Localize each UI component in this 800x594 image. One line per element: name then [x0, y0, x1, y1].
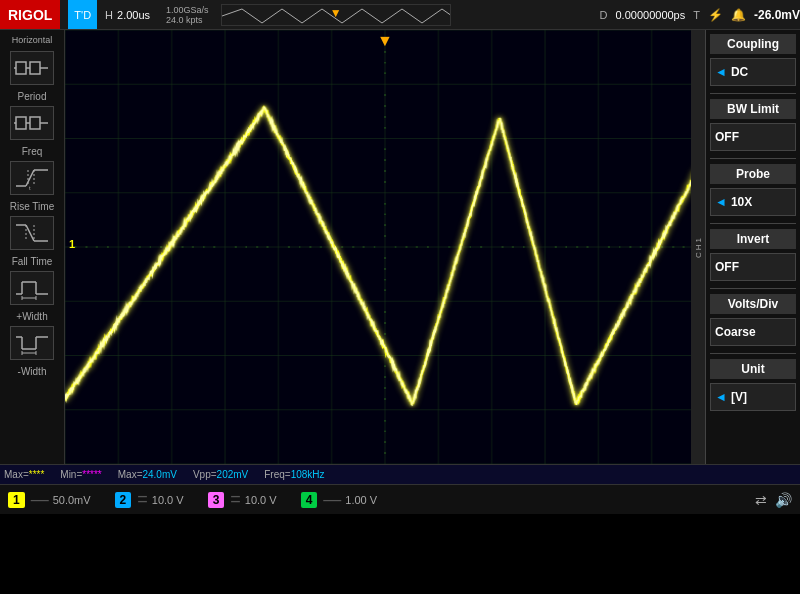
scope-canvas [65, 30, 705, 464]
falltime-icon-btn[interactable] [10, 216, 54, 250]
voltage-display: -26.0mV [754, 8, 800, 22]
stat-max1: Max=**** [4, 469, 44, 480]
mode-indicator: T'D [68, 0, 97, 29]
svg-rect-6 [30, 117, 40, 129]
usb-icon: ⇄ [755, 492, 767, 508]
falltime-label: Fall Time [12, 256, 53, 267]
time-label: H [105, 9, 113, 21]
ch3-divider: = [230, 489, 241, 510]
t-label: T [693, 9, 700, 21]
pluswidth-label: +Width [16, 311, 47, 322]
voltsdiv-header: Volts/Div [710, 294, 796, 314]
horizontal-label: Horizontal [12, 35, 53, 45]
ch3-number: 3 [208, 492, 225, 508]
coupling-header: Coupling [710, 34, 796, 54]
flag-icon: 🔔 [731, 8, 746, 22]
freq-icon-btn[interactable] [10, 106, 54, 140]
probe-arrow: ◄ [715, 195, 727, 209]
stat-freq: Freq=108kHz [264, 469, 324, 480]
freq-label: Freq [22, 146, 43, 157]
minuswidth-label: -Width [18, 366, 47, 377]
channel-bar-icons: ⇄ 🔊 [755, 492, 792, 508]
stat-max2: Max=24.0mV [118, 469, 177, 480]
scope-area: ▼ 1 ◄ CH1 [65, 30, 705, 464]
ch1-number: 1 [8, 492, 25, 508]
ch-side-label: CH1 [694, 236, 703, 258]
sample-points: 24.0 kpts [166, 15, 209, 25]
sample-rate: 1.00GSa/s [166, 5, 209, 15]
voltsdiv-value-btn[interactable]: Coarse [710, 318, 796, 346]
probe-value-btn[interactable]: ◄ 10X [710, 188, 796, 216]
channel-3[interactable]: 3 = 10.0 V [208, 489, 277, 510]
bwlimit-value: OFF [715, 130, 739, 144]
ch2-scale: 10.0 V [152, 494, 184, 506]
trigger-marker-top: ▼ [377, 32, 393, 50]
minuswidth-icon-btn[interactable] [10, 326, 54, 360]
ch2-number: 2 [115, 492, 132, 508]
ch1-divider: — [31, 489, 49, 510]
time-value: 2.00us [117, 9, 150, 21]
d-value: 0.00000000ps [616, 9, 686, 21]
left-sidebar: Horizontal Period Freq [0, 30, 65, 464]
ch1-scale: 50.0mV [53, 494, 91, 506]
logo: RIGOL [0, 0, 60, 29]
risetime-label: Rise Time [10, 201, 54, 212]
ch1-marker: 1 [69, 238, 75, 250]
d-label: D [600, 9, 608, 21]
channel-4[interactable]: 4 — 1.00 V [301, 489, 378, 510]
bwlimit-header: BW Limit [710, 99, 796, 119]
waveform-trigger-marker: ▼ [330, 6, 342, 20]
coupling-value-btn[interactable]: ◄ DC [710, 58, 796, 86]
invert-header: Invert [710, 229, 796, 249]
pluswidth-icon-btn[interactable] [10, 271, 54, 305]
top-right: D 0.00000000ps T ⚡ 🔔 -26.0mV [600, 8, 800, 22]
ch3-scale: 10.0 V [245, 494, 277, 506]
main-area: Horizontal Period Freq [0, 30, 800, 464]
probe-value: 10X [731, 195, 752, 209]
probe-header: Probe [710, 164, 796, 184]
invert-value: OFF [715, 260, 739, 274]
period-label: Period [18, 91, 47, 102]
svg-rect-5 [16, 117, 26, 129]
voltsdiv-value: Coarse [715, 325, 756, 339]
svg-rect-1 [30, 62, 40, 74]
right-sidebar: Coupling ◄ DC BW Limit OFF Probe ◄ 10X I… [705, 30, 800, 464]
stat-vpp: Vpp=202mV [193, 469, 248, 480]
lightning-icon: ⚡ [708, 8, 723, 22]
risetime-icon-btn[interactable]: t [10, 161, 54, 195]
bwlimit-value-btn[interactable]: OFF [710, 123, 796, 151]
unit-header: Unit [710, 359, 796, 379]
invert-value-btn[interactable]: OFF [710, 253, 796, 281]
ch2-divider: = [137, 489, 148, 510]
speaker-icon: 🔊 [775, 492, 792, 508]
svg-rect-0 [16, 62, 26, 74]
unit-value: [V] [731, 390, 747, 404]
top-bar: RIGOL T'D H 2.00us 1.00GSa/s 24.0 kpts ▼… [0, 0, 800, 30]
coupling-arrow: ◄ [715, 65, 727, 79]
channel-1[interactable]: 1 — 50.0mV [8, 489, 91, 510]
unit-value-btn[interactable]: ◄ [V] [710, 383, 796, 411]
channel-bar: 1 — 50.0mV 2 = 10.0 V 3 = 10.0 V 4 — 1.0… [0, 484, 800, 514]
svg-line-17 [26, 225, 34, 241]
coupling-value: DC [731, 65, 748, 79]
svg-line-11 [26, 170, 34, 186]
unit-arrow: ◄ [715, 390, 727, 404]
channel-2[interactable]: 2 = 10.0 V [115, 489, 184, 510]
ch4-divider: — [323, 489, 341, 510]
ch-side-panel: CH1 [691, 30, 705, 464]
waveform-preview: ▼ [221, 4, 451, 26]
ch4-number: 4 [301, 492, 318, 508]
stat-min: Min=***** [60, 469, 101, 480]
period-icon-btn[interactable] [10, 51, 54, 85]
svg-text:t: t [29, 185, 31, 191]
stats-bar: Max=**** Min=***** Max=24.0mV Vpp=202mV … [0, 464, 800, 484]
ch4-scale: 1.00 V [345, 494, 377, 506]
